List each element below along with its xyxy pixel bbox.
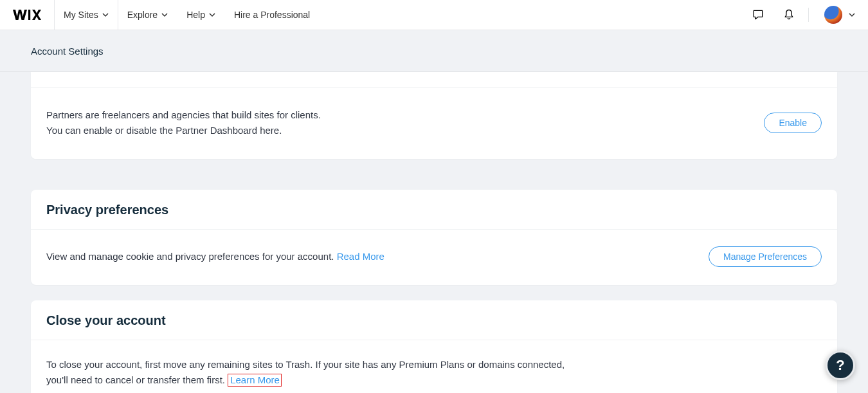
nav-explore[interactable]: Explore [118, 0, 177, 30]
close-description: To close your account, first move any re… [46, 357, 574, 388]
privacy-preferences-card: Privacy preferences View and manage cook… [31, 190, 837, 285]
privacy-read-more-link[interactable]: Read More [337, 251, 384, 262]
privacy-text: View and manage cookie and privacy prefe… [46, 251, 337, 262]
nav-my-sites-label: My Sites [64, 10, 98, 20]
partner-line1: Partners are freelancers and agencies th… [46, 107, 321, 123]
manage-preferences-button[interactable]: Manage Preferences [709, 246, 822, 267]
svg-rect-0 [28, 10, 30, 20]
account-menu[interactable] [813, 6, 855, 24]
chevron-down-icon [102, 12, 109, 18]
privacy-description: View and manage cookie and privacy prefe… [46, 249, 384, 264]
wix-logo[interactable] [13, 0, 55, 30]
nav-divider [808, 8, 809, 22]
nav-my-sites[interactable]: My Sites [55, 0, 118, 30]
bell-icon [782, 8, 795, 21]
close-text: To close your account, first move any re… [46, 359, 565, 385]
close-card-header: Close your account [31, 300, 837, 340]
avatar [824, 6, 842, 24]
partner-line2: You can enable or disable the Partner Da… [46, 123, 321, 138]
inbox-button[interactable] [743, 0, 773, 30]
nav-help[interactable]: Help [177, 0, 225, 30]
close-title: Close your account [46, 313, 822, 328]
nav-right-group [743, 0, 855, 30]
privacy-title: Privacy preferences [46, 203, 822, 217]
nav-help-label: Help [186, 10, 205, 20]
page-title: Account Settings [31, 46, 104, 57]
help-fab-button[interactable]: ? [826, 351, 855, 380]
notifications-button[interactable] [773, 0, 804, 30]
nav-hire-label: Hire a Professional [234, 10, 310, 20]
content-area: Partners are freelancers and agencies th… [0, 72, 868, 393]
enable-partner-button[interactable]: Enable [764, 113, 822, 133]
close-account-card: Close your account To close your account… [31, 300, 837, 393]
privacy-card-header: Privacy preferences [31, 190, 837, 230]
chat-icon [752, 8, 764, 21]
top-navbar: My Sites Explore Help Hire a Professiona… [0, 0, 868, 30]
nav-hire-a-professional[interactable]: Hire a Professional [225, 0, 320, 30]
question-mark-icon: ? [836, 357, 844, 374]
chevron-down-icon [209, 12, 215, 18]
chevron-down-icon [161, 12, 168, 18]
nav-explore-label: Explore [127, 10, 158, 20]
wix-logo-icon [13, 9, 41, 21]
partner-card-fragment: Partners are freelancers and agencies th… [31, 72, 837, 159]
chevron-down-icon [849, 12, 855, 18]
close-learn-more-link[interactable]: Learn More [228, 374, 282, 387]
partner-description: Partners are freelancers and agencies th… [46, 107, 321, 138]
sub-header: Account Settings [0, 30, 868, 72]
